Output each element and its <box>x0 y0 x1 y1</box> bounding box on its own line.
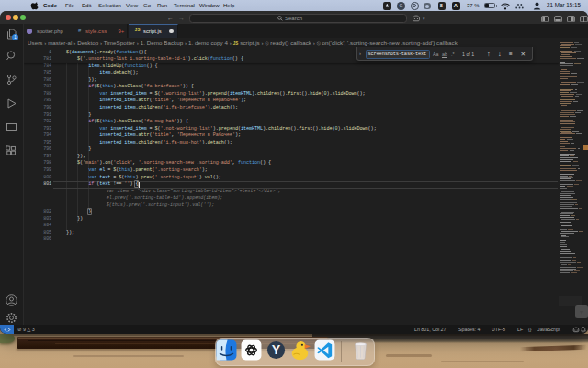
svg-text:Y: Y <box>271 342 280 357</box>
